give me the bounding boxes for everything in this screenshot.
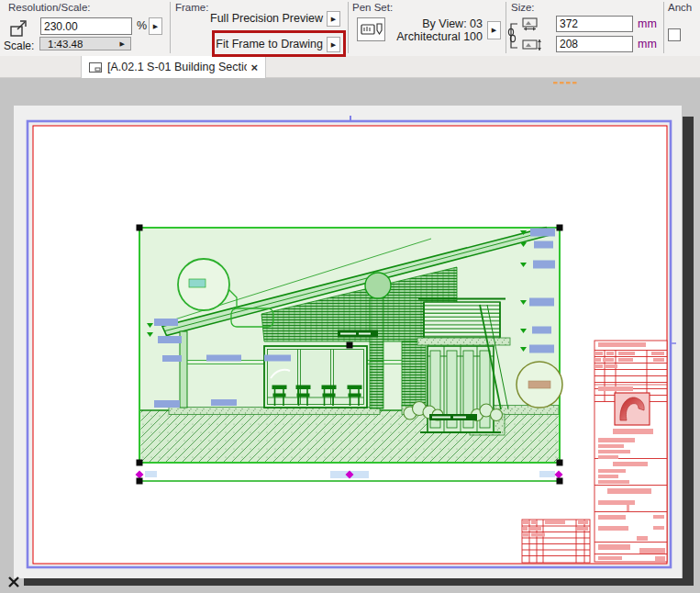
wall-pier-section (402, 341, 426, 406)
resolution-unit-label: % (137, 19, 147, 32)
flyout-arrow-icon: ▶ (153, 23, 158, 30)
toolbar-separator (170, 2, 171, 53)
width-icon (523, 18, 537, 31)
flyout-arrow-icon: ▶ (331, 41, 336, 49)
layout-canvas[interactable] (0, 78, 700, 593)
selection-handle (137, 460, 143, 466)
scale-label: Scale: (4, 39, 34, 52)
size-link-icons (506, 17, 553, 55)
selection-handle (557, 225, 563, 231)
size-width-input[interactable] (556, 16, 633, 32)
pen-set-section-label: Pen Set: (352, 2, 393, 13)
size-width-unit: mm (638, 17, 657, 30)
tree-symbol (517, 362, 562, 408)
anchor-checkbox[interactable] (668, 28, 681, 41)
layout-tab[interactable]: [A.02.1 S-01 Building Section] × (81, 56, 266, 78)
size-height-unit: mm (638, 38, 657, 50)
tab-close-button[interactable]: × (250, 61, 258, 74)
margin-center-tick (350, 116, 351, 121)
pen-set-value: By View: 03 Architectural 100 (365, 17, 483, 43)
drawing-settings-toolbar: Resolution/Scale: % ▶ Scale: 1:43.48 ▶ F… (0, 0, 700, 57)
size-section-label: Size: (511, 2, 535, 13)
chain-link-icon (506, 17, 553, 55)
toolbar-separator (348, 2, 349, 53)
size-height-input[interactable] (556, 36, 633, 52)
fit-frame-flyout-button[interactable]: ▶ (327, 37, 340, 52)
autotext-orange-marks (553, 82, 577, 84)
resolution-flyout-button[interactable]: ▶ (149, 17, 162, 35)
layout-origin-marker (9, 577, 18, 587)
height-icon (523, 39, 541, 50)
tab-bar: [A.02.1 S-01 Building Section] × (0, 56, 700, 78)
pen-set-by-view: By View: 03 (365, 17, 483, 30)
resize-drawing-button[interactable] (6, 17, 31, 40)
layout-view (0, 78, 700, 593)
scale-dropdown[interactable]: 1:43.48 ▶ (39, 37, 131, 50)
layout-tab-icon (89, 62, 102, 73)
selection-handle (137, 478, 143, 485)
resolution-scale-section-label: Resolution/Scale: (8, 2, 91, 13)
revision-table (522, 520, 590, 563)
tab-title: [A.02.1 S-01 Building Section] (107, 61, 247, 73)
full-precision-flyout-button[interactable]: ▶ (327, 11, 340, 27)
anchor-section-label: Anch (668, 2, 692, 13)
full-precision-preview-item[interactable]: Full Precision Preview (183, 12, 323, 25)
selection-handle (137, 225, 143, 231)
flyout-arrow-icon: ▶ (331, 16, 336, 23)
selection-handle (557, 478, 563, 485)
vent-circle (365, 273, 391, 298)
toolbar-separator (663, 2, 664, 53)
resize-icon (8, 18, 28, 39)
chimney-section (370, 298, 383, 408)
pen-set-name: Architectural 100 (365, 30, 483, 43)
scale-dropdown-arrow-icon: ▶ (120, 40, 125, 48)
scale-value: 1:43.48 (48, 39, 83, 50)
pen-set-flyout-button[interactable]: ▶ (487, 21, 501, 39)
fit-frame-to-drawing-item[interactable]: Fit Frame to Drawing (183, 38, 323, 50)
flyout-arrow-icon: ▶ (492, 27, 496, 34)
resolution-input[interactable] (40, 17, 132, 35)
selection-handle (557, 460, 563, 466)
margin-side-tick (672, 342, 676, 344)
selection-handle (347, 342, 353, 349)
